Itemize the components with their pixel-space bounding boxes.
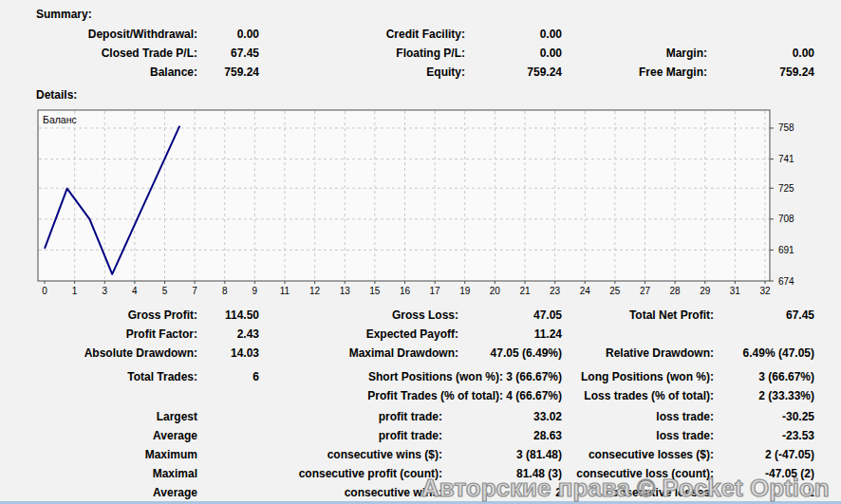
stat-label: Long Positions (won %): bbox=[581, 367, 714, 386]
x-tick-label: 8 bbox=[222, 286, 228, 296]
stat-label: Equity: bbox=[426, 63, 465, 82]
x-tick-label: 11 bbox=[280, 286, 290, 296]
y-tick-label: 708 bbox=[778, 214, 794, 224]
balance-chart-svg: Баланс0134578911121315161719202123242527… bbox=[0, 104, 841, 300]
x-tick-label: 7 bbox=[192, 286, 197, 296]
stat-label: Deposit/Withdrawal: bbox=[88, 25, 197, 44]
x-tick-label: 25 bbox=[609, 286, 621, 296]
stat-value: 2 (-47.05) bbox=[765, 445, 814, 464]
x-tick-label: 27 bbox=[640, 286, 651, 296]
stat-value: 47.05 (6.49%) bbox=[491, 344, 562, 363]
stat-value: 2 (33.33%) bbox=[758, 386, 814, 405]
summary-table: Deposit/Withdrawal:0.00Credit Facility:0… bbox=[0, 25, 841, 82]
stat-value: 11.24 bbox=[534, 325, 562, 344]
stat-label: Expected Payoff: bbox=[366, 325, 458, 344]
stat-label: Margin: bbox=[666, 44, 707, 63]
stat-label: profit trade: bbox=[379, 426, 442, 445]
stat-label: Absolute Drawdown: bbox=[84, 344, 197, 363]
balance-chart: Баланс0134578911121315161719202123242527… bbox=[0, 104, 841, 300]
x-tick-label: 31 bbox=[730, 286, 741, 296]
x-tick-label: 28 bbox=[670, 286, 682, 296]
stat-value: 3 (66.67%) bbox=[506, 367, 562, 386]
x-tick-label: 13 bbox=[340, 286, 351, 296]
x-tick-label: 3 bbox=[102, 286, 107, 296]
stat-value: 14.03 bbox=[231, 344, 259, 363]
stat-value: 0.00 bbox=[540, 25, 562, 44]
stat-value: 759.24 bbox=[779, 63, 814, 82]
stat-value: -23.53 bbox=[782, 426, 814, 445]
stat-label: Gross Loss: bbox=[392, 306, 458, 325]
stat-label: Largest bbox=[157, 407, 197, 426]
statement-report: Summary: Deposit/Withdrawal:0.00Credit F… bbox=[0, 0, 841, 504]
details-group: Largestprofit trade:33.02loss trade:-30.… bbox=[0, 407, 841, 445]
stat-row: Gross Profit:114.50Gross Loss:47.05Total… bbox=[0, 306, 841, 325]
stat-label: Maximum bbox=[145, 445, 197, 464]
details-table: Gross Profit:114.50Gross Loss:47.05Total… bbox=[0, 306, 841, 502]
stat-label: consecutive wins ($): bbox=[327, 445, 442, 464]
stat-value: 33.02 bbox=[533, 407, 562, 426]
stat-row: Averageprofit trade:28.63loss trade:-23.… bbox=[0, 426, 841, 445]
details-heading: Details: bbox=[36, 88, 77, 102]
stat-value: 0.00 bbox=[237, 25, 259, 44]
stat-value: 6 bbox=[252, 367, 259, 386]
stat-label: Profit Trades (% of total): bbox=[367, 386, 503, 405]
summary-row: Deposit/Withdrawal:0.00Credit Facility:0… bbox=[0, 25, 841, 44]
stat-row: Maximumconsecutive wins ($):3 (81.48)con… bbox=[0, 445, 841, 464]
x-tick-label: 16 bbox=[400, 286, 411, 296]
x-tick-label: 23 bbox=[550, 286, 561, 296]
stat-row: Profit Factor:2.43Expected Payoff:11.24 bbox=[0, 325, 841, 344]
stat-label: Closed Trade P/L: bbox=[102, 44, 197, 63]
stat-value: 28.63 bbox=[533, 426, 562, 445]
stat-label: Total Trades: bbox=[127, 367, 197, 386]
stat-row: Absolute Drawdown:14.03Maximal Drawdown:… bbox=[0, 344, 841, 363]
stat-value: 67.45 bbox=[786, 306, 814, 325]
stat-label: Maximal bbox=[153, 464, 197, 483]
chart-series-label: Баланс bbox=[43, 114, 77, 125]
x-tick-label: 0 bbox=[42, 286, 47, 296]
y-tick-label: 674 bbox=[778, 276, 794, 287]
stat-label: consecutive losses ($): bbox=[589, 445, 714, 464]
stat-value: 2.43 bbox=[237, 325, 259, 344]
stat-row: Profit Trades (% of total):4 (66.67%)Los… bbox=[0, 386, 841, 405]
stat-label: loss trade: bbox=[656, 426, 714, 445]
summary-row: Closed Trade P/L:67.45Floating P/L:0.00M… bbox=[0, 44, 841, 63]
stat-value: 67.45 bbox=[231, 44, 259, 63]
stat-value: 3 (81.48) bbox=[516, 445, 562, 464]
stat-label: loss trade: bbox=[656, 407, 714, 426]
y-tick-label: 758 bbox=[778, 122, 794, 133]
stat-value: 3 (66.67%) bbox=[758, 367, 814, 386]
stat-row: Largestprofit trade:33.02loss trade:-30.… bbox=[0, 407, 841, 426]
stat-value: 47.05 bbox=[533, 306, 562, 325]
y-tick-label: 691 bbox=[778, 245, 794, 255]
stat-label: Short Positions (won %): bbox=[368, 367, 503, 386]
details-group: Total Trades:6Short Positions (won %):3 … bbox=[0, 367, 841, 405]
stat-label: Profit Factor: bbox=[126, 325, 197, 344]
stat-label: profit trade: bbox=[379, 407, 442, 426]
summary-heading: Summary: bbox=[36, 8, 92, 21]
summary-row: Balance:759.24Equity:759.24Free Margin:7… bbox=[0, 63, 841, 82]
stat-label: Free Margin: bbox=[639, 63, 707, 82]
stat-value: 4 (66.67%) bbox=[506, 386, 562, 405]
stat-label: Relative Drawdown: bbox=[606, 344, 714, 363]
stat-row: Total Trades:6Short Positions (won %):3 … bbox=[0, 367, 841, 386]
stat-value: 759.24 bbox=[527, 63, 562, 82]
stat-label: Floating P/L: bbox=[396, 44, 465, 63]
x-tick-label: 20 bbox=[490, 286, 501, 296]
x-tick-label: 29 bbox=[700, 286, 711, 296]
stat-label: Loss trades (% of total): bbox=[584, 386, 714, 405]
stat-value: 114.50 bbox=[225, 306, 259, 325]
x-tick-label: 32 bbox=[759, 286, 771, 296]
stat-value: 0.00 bbox=[540, 44, 562, 63]
stat-value: -30.25 bbox=[782, 407, 814, 426]
x-tick-label: 17 bbox=[430, 286, 441, 296]
stat-value: 6.49% (47.05) bbox=[743, 344, 814, 363]
watermark: Авторские права © Pocket Option bbox=[421, 475, 830, 501]
details-group: Gross Profit:114.50Gross Loss:47.05Total… bbox=[0, 306, 841, 363]
x-tick-label: 19 bbox=[459, 286, 471, 296]
x-tick-label: 1 bbox=[72, 286, 78, 296]
y-tick-label: 725 bbox=[778, 183, 794, 194]
stat-label: Maximal Drawdown: bbox=[349, 344, 458, 363]
y-tick-label: 741 bbox=[778, 154, 794, 164]
x-tick-label: 15 bbox=[369, 286, 381, 296]
stat-label: Gross Profit: bbox=[128, 306, 197, 325]
